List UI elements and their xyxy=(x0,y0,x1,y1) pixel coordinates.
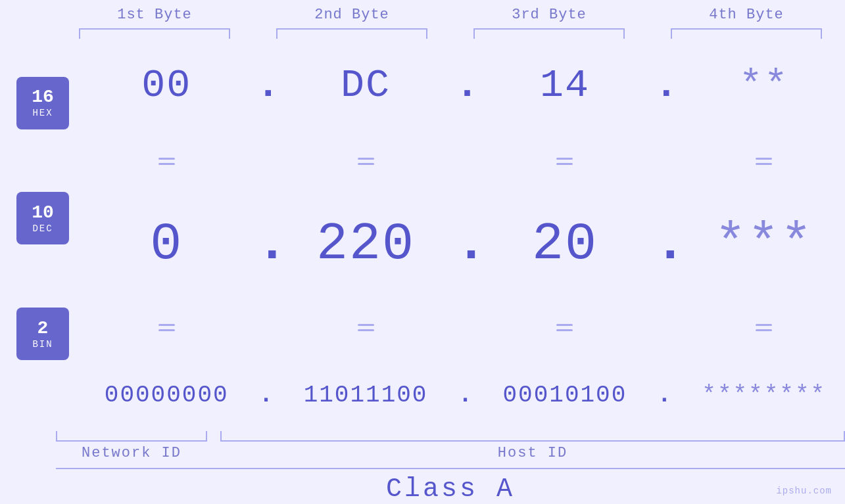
equals-row-2 xyxy=(85,317,845,337)
bracket-host xyxy=(220,431,845,442)
bin-b4-cell: ******** xyxy=(692,384,836,407)
hex-num: 16 xyxy=(32,87,54,108)
dec-num: 10 xyxy=(32,203,54,223)
bracket-top-b1 xyxy=(79,28,230,39)
top-brackets xyxy=(56,28,845,39)
bin-label: BIN xyxy=(32,339,53,350)
class-label: Class A xyxy=(386,474,515,504)
byte1-header: 1st Byte xyxy=(72,7,237,28)
hex-dot2: . xyxy=(455,66,475,105)
bin-dot3: . xyxy=(654,384,674,407)
bin-b2-cell: 11011100 xyxy=(293,384,438,407)
main-container: 1st Byte 2nd Byte 3rd Byte 4th Byte 16 H… xyxy=(0,0,845,504)
dec-dot1: . xyxy=(256,218,276,271)
bracket-top-b2 xyxy=(276,28,427,39)
byte-headers: 1st Byte 2nd Byte 3rd Byte 4th Byte xyxy=(56,7,845,28)
eq-sign-1-b2 xyxy=(358,158,374,165)
bracket-top-b3 xyxy=(473,28,625,39)
bin-dot1: . xyxy=(256,384,276,407)
eq-sign-2-b3 xyxy=(556,324,573,331)
dec-b3-value: 20 xyxy=(532,214,598,274)
dec-b4-value: *** xyxy=(715,214,813,274)
dec-b4-cell: *** xyxy=(692,218,836,271)
byte2-header: 2nd Byte xyxy=(270,7,434,28)
network-id-label: Network ID xyxy=(56,445,207,461)
dec-b1-cell: 0 xyxy=(94,218,239,271)
bracket-top-b4 xyxy=(671,28,822,39)
hex-b4-value: ** xyxy=(739,63,789,108)
label-row: Network ID Host ID xyxy=(56,445,845,461)
watermark: ipshu.com xyxy=(776,486,832,496)
eq-sign-2-b1 xyxy=(158,324,175,331)
bin-b4-value: ******** xyxy=(702,382,826,409)
hex-dot1: . xyxy=(256,66,276,105)
bin-b2-value: 11011100 xyxy=(304,382,428,409)
bottom-section: Network ID Host ID xyxy=(56,431,845,468)
eq-sign-1-b3 xyxy=(556,158,573,165)
class-line xyxy=(56,468,845,469)
dec-label: DEC xyxy=(32,223,53,234)
hex-badge: 16 HEX xyxy=(16,77,69,129)
dec-b2-cell: 220 xyxy=(293,218,438,271)
eq1-b3 xyxy=(493,158,637,165)
hex-b1-value: 00 xyxy=(141,63,191,108)
bracket-network xyxy=(56,431,207,442)
byte4-header: 4th Byte xyxy=(664,7,829,28)
bin-row: 00000000 . 11011100 . 00010100 . *******… xyxy=(85,384,845,407)
grid-area: 00 . DC . 14 . ** xyxy=(85,39,845,431)
dec-badge: 10 DEC xyxy=(16,192,69,244)
bin-badge: 2 BIN xyxy=(16,308,69,360)
hex-label: HEX xyxy=(32,108,53,118)
equals-row-1 xyxy=(85,152,845,172)
hex-b1-cell: 00 xyxy=(94,66,239,105)
brackets-bottom-row xyxy=(56,431,845,442)
eq1-b4 xyxy=(692,158,836,165)
bin-b3-cell: 00010100 xyxy=(493,384,637,407)
dec-b2-value: 220 xyxy=(316,214,415,274)
eq1-b1 xyxy=(94,158,239,165)
bin-num: 2 xyxy=(37,319,49,339)
content-area: 16 HEX 10 DEC 2 BIN 00 . DC xyxy=(0,39,845,431)
hex-b3-value: 14 xyxy=(540,63,590,108)
eq1-b2 xyxy=(293,158,438,165)
hex-b2-value: DC xyxy=(341,63,391,108)
eq-sign-1-b4 xyxy=(756,158,772,165)
eq-stripe-top xyxy=(158,158,175,160)
eq2-b2 xyxy=(293,324,438,331)
eq2-b4 xyxy=(692,324,836,331)
eq-sign-2-b2 xyxy=(358,324,374,331)
eq-sign-2-b4 xyxy=(756,324,772,331)
base-labels: 16 HEX 10 DEC 2 BIN xyxy=(0,39,85,431)
bin-b1-value: 00000000 xyxy=(105,382,229,409)
dec-row: 0 . 220 . 20 . *** xyxy=(85,218,845,271)
eq2-b1 xyxy=(94,324,239,331)
dec-b3-cell: 20 xyxy=(493,218,637,271)
dec-dot2: . xyxy=(455,218,475,271)
bin-dot2: . xyxy=(455,384,475,407)
dec-b1-value: 0 xyxy=(150,214,183,274)
hex-b2-cell: DC xyxy=(293,66,438,105)
hex-row: 00 . DC . 14 . ** xyxy=(85,66,845,105)
eq2-b3 xyxy=(493,324,637,331)
eq-sign-1-b1 xyxy=(158,158,175,165)
eq-stripe-bot xyxy=(158,163,175,165)
host-id-label: Host ID xyxy=(220,445,845,461)
byte3-header: 3rd Byte xyxy=(467,7,631,28)
hex-dot3: . xyxy=(654,66,674,105)
class-section: Class A xyxy=(56,468,845,504)
dec-dot3: . xyxy=(654,218,674,271)
bin-b3-value: 00010100 xyxy=(502,382,627,409)
hex-b4-cell: ** xyxy=(692,66,836,105)
hex-b3-cell: 14 xyxy=(493,66,637,105)
bin-b1-cell: 00000000 xyxy=(94,384,239,407)
